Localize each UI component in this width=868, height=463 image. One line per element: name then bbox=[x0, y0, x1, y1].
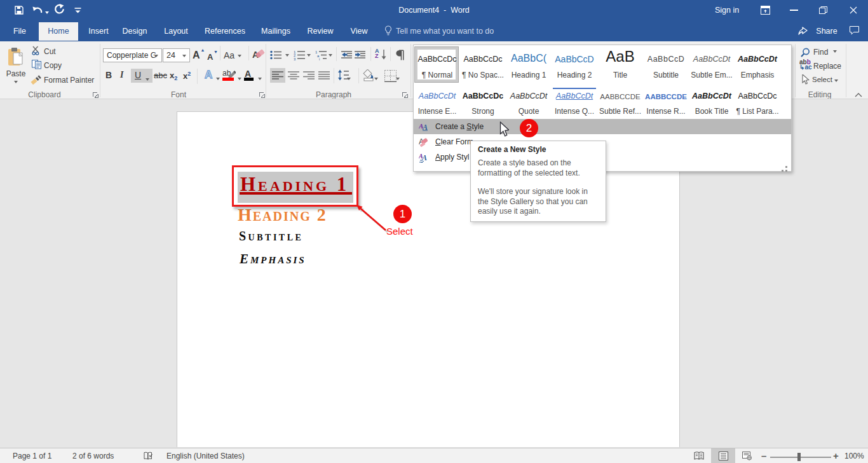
svg-text:3: 3 bbox=[294, 57, 296, 61]
svg-text:A: A bbox=[421, 153, 427, 162]
svg-text:i: i bbox=[319, 57, 320, 60]
svg-text:A: A bbox=[422, 123, 428, 131]
